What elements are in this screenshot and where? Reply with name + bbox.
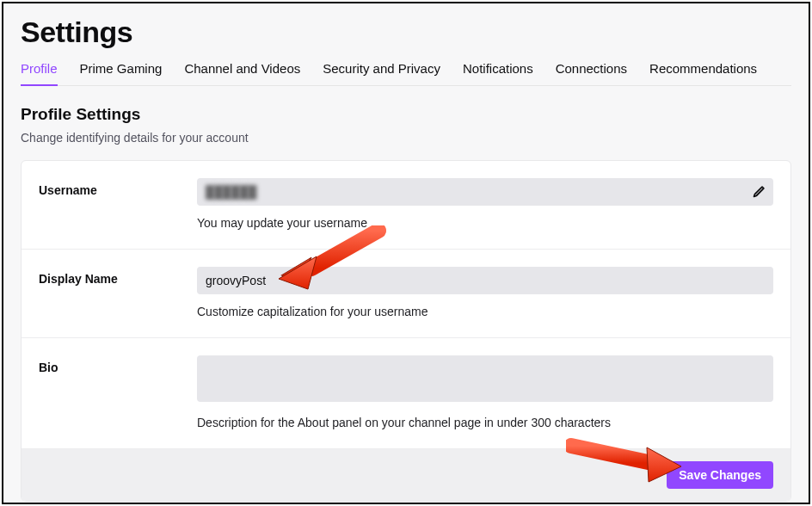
help-bio: Description for the About panel on your …	[197, 416, 773, 429]
pencil-icon	[751, 184, 766, 200]
profile-settings-card: Username ██████ You may update your user…	[21, 160, 791, 502]
username-input: ██████	[197, 178, 773, 206]
tab-recommendations[interactable]: Recommendations	[649, 61, 757, 85]
edit-username-button[interactable]	[747, 181, 770, 203]
settings-tabs: Profile Prime Gaming Channel and Videos …	[21, 61, 791, 86]
help-username: You may update your username	[197, 216, 773, 230]
label-display-name: Display Name	[39, 267, 197, 318]
tab-connections[interactable]: Connections	[556, 61, 627, 85]
display-name-input[interactable]	[197, 267, 773, 294]
row-username: Username ██████ You may update your user…	[22, 161, 790, 250]
tab-prime-gaming[interactable]: Prime Gaming	[80, 61, 163, 85]
card-footer: Save Changes	[22, 449, 790, 501]
section-heading: Profile Settings	[21, 105, 791, 124]
section-subtitle: Change identifying details for your acco…	[21, 131, 791, 145]
save-button[interactable]: Save Changes	[667, 461, 773, 489]
label-bio: Bio	[39, 355, 197, 429]
row-display-name: Display Name Customize capitalization fo…	[22, 250, 790, 338]
tab-channel-videos[interactable]: Channel and Videos	[184, 61, 300, 85]
help-display-name: Customize capitalization for your userna…	[197, 305, 773, 318]
row-bio: Bio Description for the About panel on y…	[22, 338, 790, 449]
tab-profile[interactable]: Profile	[21, 61, 58, 86]
label-username: Username	[39, 178, 197, 230]
tab-security-privacy[interactable]: Security and Privacy	[323, 61, 440, 85]
bio-input[interactable]	[197, 355, 773, 402]
tab-notifications[interactable]: Notifications	[463, 61, 533, 85]
page-title: Settings	[21, 7, 791, 61]
